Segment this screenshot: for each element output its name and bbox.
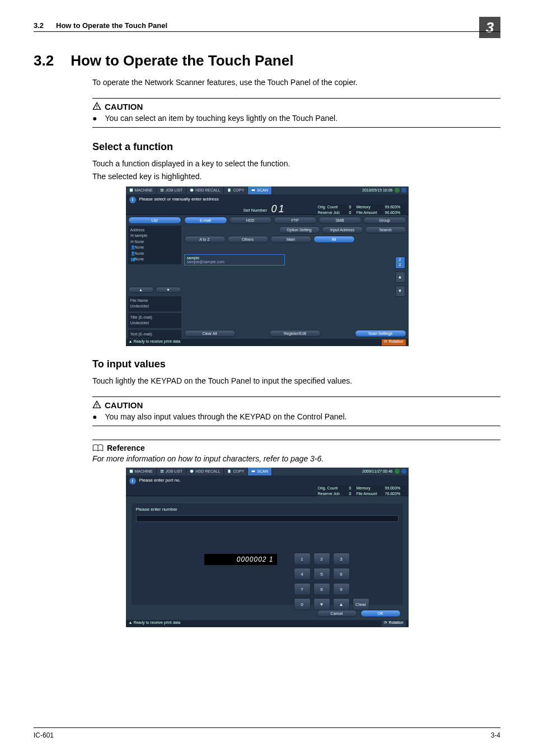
bullet-dot: ● [92,412,97,421]
svg-point-1 [96,108,97,109]
counter-panel: Orig. Count0Memory99.003% Reserve Job0Fi… [317,486,406,496]
subheading-select: Select a function [92,141,500,153]
filter-main-button[interactable]: Main [270,236,312,243]
tab-job-list[interactable]: JOB LIST [157,186,186,194]
tab-scan[interactable]: SCAN [248,186,271,194]
input-prompt: Please enter number [132,503,403,515]
tab-machine[interactable]: MACHINE [126,468,157,475]
printer-status-text: ▲ Ready to receive print data [129,620,181,627]
scroll-up-button[interactable]: ▲ [128,287,154,293]
info-icon: i [129,478,136,484]
address-entry-sample[interactable]: sample sample@sample.com [184,254,285,265]
list-button[interactable]: List [128,217,181,224]
svg-rect-7 [252,189,255,191]
caution-text: You can select an item by touching keys … [105,114,338,123]
warning-icon [92,400,101,409]
ok-button[interactable]: OK [360,610,401,617]
key-4[interactable]: 4 [294,568,311,580]
caution-heading: CAUTION [105,400,143,410]
key-5[interactable]: 5 [313,568,330,580]
dest-tab-smb[interactable]: SMB [318,217,362,224]
svg-rect-4 [160,190,163,191]
tab-hdd-recall[interactable]: HDD RECALL [186,186,224,194]
page-indicator: 1 1 [395,256,405,269]
svg-rect-6 [228,189,231,192]
dest-tab-ftp[interactable]: FTP [274,217,317,224]
running-head-title: How to Operate the Touch Panel [56,21,167,30]
svg-rect-11 [129,470,133,473]
scroll-down-button[interactable]: ▼ [156,287,181,293]
status-dot-green [395,188,400,193]
help-icon[interactable] [401,469,406,474]
tab-copy[interactable]: COPY [224,468,248,475]
svg-point-14 [190,470,194,473]
file-name-box[interactable]: File NameUndecided [128,296,181,311]
filter-others-button[interactable]: Others [227,236,269,243]
section-number: 3.2 [34,52,54,69]
rotation-indicator: ⟳ Rotation [382,339,405,346]
scan-settings-button[interactable]: Scan Settings [355,330,406,337]
status-dot-green [395,469,400,474]
scroll-list-down-button[interactable]: ▼ [395,286,405,297]
svg-rect-12 [160,470,163,470]
input-address-button[interactable]: Input Address [322,226,363,234]
key-7[interactable]: 7 [294,583,311,595]
filter-atoz-button[interactable]: A to Z [184,236,226,243]
footer-model: IC-601 [34,731,54,739]
svg-rect-15 [228,470,231,473]
warning-icon [92,102,101,111]
reference-text: For more information on how to input cha… [92,454,500,463]
scroll-list-up-button[interactable]: ▲ [395,272,405,283]
dest-tab-hdd[interactable]: HDD [229,217,272,224]
numeric-keypad: 1 2 3 4 5 6 7 8 9 0 ▼ ▲ Clear [294,553,369,610]
caution-heading: CAUTION [105,102,143,111]
datetime-display: 2010/05/15 16:06 [360,186,409,194]
option-setting-button[interactable]: Option Setting [279,226,320,234]
help-icon[interactable] [401,188,406,193]
input-line1: Touch lightly the KEYPAD on the Touch Pa… [92,376,500,386]
dest-tab-group[interactable]: Group [363,217,406,224]
dest-tab-email[interactable]: E-mail [184,217,227,224]
key-up[interactable]: ▲ [333,598,350,610]
select-line1: Touch a function displayed in a key to s… [92,158,500,169]
key-9[interactable]: 9 [333,583,350,595]
counter-panel: Orig. Count0Memory99.603% Reserve Job0Fi… [317,204,406,215]
clear-all-button[interactable]: Clear All [184,330,236,337]
tab-hdd-recall[interactable]: HDD RECALL [186,468,224,475]
filter-all-button[interactable]: All [313,236,355,243]
address-info-box: Address ✉sample ✉None 👤None 👤None 👥None [128,226,181,264]
chapter-number-badge: 3 [479,17,500,38]
key-clear[interactable]: Clear [353,598,369,610]
svg-point-9 [96,407,97,408]
touch-panel-screenshot-keypad: MACHINE JOB LIST HDD RECALL COPY SCAN 20… [126,468,409,627]
running-head-section-number: 3.2 [34,21,44,30]
key-0[interactable]: 0 [294,598,311,610]
key-8[interactable]: 8 [313,583,330,595]
number-input-field[interactable] [136,515,399,522]
svg-rect-3 [160,189,163,190]
key-1[interactable]: 1 [294,553,311,565]
svg-point-5 [190,189,194,192]
cancel-button[interactable]: Cancel [317,610,357,617]
key-3[interactable]: 3 [333,553,350,565]
register-edit-button[interactable]: Register/Edit [269,330,321,337]
tab-job-list[interactable]: JOB LIST [157,468,186,475]
svg-rect-2 [129,189,133,192]
title-email-box[interactable]: Title (E-mail)Undecided [128,313,181,328]
key-6[interactable]: 6 [333,568,350,580]
subheading-input: To input values [92,358,500,370]
intro-paragraph: To operate the Network Scanner features,… [92,77,500,88]
search-button[interactable]: Search [365,226,406,234]
footer-page-number: 3-4 [491,731,500,739]
key-2[interactable]: 2 [313,553,330,565]
book-icon [92,444,104,452]
printer-status-text: ▲ Ready to receive print data [129,339,181,346]
header-rule [34,31,500,32]
rotation-indicator: ⟳ Rotation [382,620,405,627]
tab-machine[interactable]: MACHINE [126,186,157,194]
tab-copy[interactable]: COPY [224,186,248,194]
section-title: How to Operate the Touch Panel [71,52,293,69]
tab-scan[interactable]: SCAN [248,468,271,475]
caution-box-2: CAUTION ●You may also input values throu… [92,396,500,426]
key-down[interactable]: ▼ [313,598,330,610]
